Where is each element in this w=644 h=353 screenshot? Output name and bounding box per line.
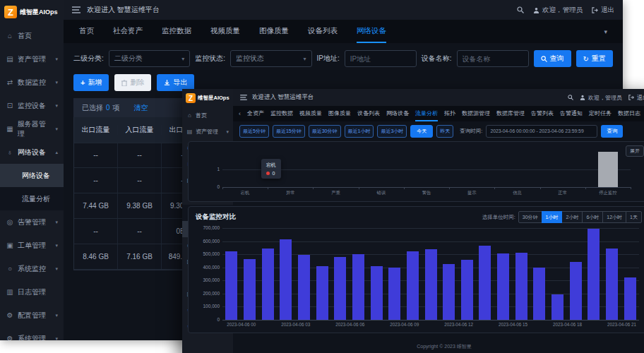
unit-time-button[interactable]: 1天 (626, 211, 642, 223)
unit-time-button[interactable]: 1小时 (542, 211, 563, 223)
tab[interactable]: 设备列表 (357, 106, 380, 121)
traffic-bar[interactable] (515, 253, 527, 320)
traffic-bar[interactable] (225, 251, 237, 320)
sidebar-item-label: 工单管理 (18, 241, 46, 251)
chart-tooltip: 宕机0 (261, 159, 281, 179)
traffic-bar[interactable] (388, 268, 400, 320)
logout-button[interactable]: 退出 (628, 94, 644, 102)
sidebar-item-data-monitor[interactable]: ⇄数据监控▾ (0, 71, 64, 94)
time-range-input[interactable] (486, 125, 597, 138)
traffic-bar[interactable] (244, 259, 256, 320)
device-name-input[interactable] (457, 50, 529, 67)
tab[interactable]: 设备列表 (308, 20, 338, 43)
sidebar-item-system-monitor[interactable]: ○系统监控▾ (0, 257, 64, 280)
tab[interactable]: 全资产 (247, 106, 264, 121)
sidebar-item-network-devices[interactable]: ♁网络设备▴ (0, 140, 64, 164)
quick-range-button[interactable]: 最近15分钟 (273, 125, 305, 138)
reset-button[interactable]: 重置 (576, 50, 613, 67)
tab[interactable]: 数据库管理 (496, 106, 525, 121)
ip-input[interactable] (345, 50, 417, 67)
tab[interactable]: 监控数据 (270, 106, 293, 121)
category-select[interactable]: 二级分类 (109, 50, 191, 67)
sidebar-item-server-mgmt[interactable]: ▦服务器管理▾ (0, 117, 64, 140)
sidebar-item-system-mgmt[interactable]: ⚙系统管理▾ (0, 327, 64, 340)
tab[interactable]: 数据源管理 (462, 106, 490, 121)
traffic-bar[interactable] (280, 239, 292, 320)
brand-logo[interactable]: Z 维智星AIOps (182, 89, 233, 107)
tab[interactable]: 定时任务 (589, 106, 612, 121)
today-button[interactable]: 今天 (410, 125, 433, 138)
tab[interactable]: 告警通知 (560, 106, 583, 121)
unit-time-button[interactable]: 6小时 (582, 211, 603, 223)
hamburger-icon[interactable] (72, 6, 80, 13)
user-menu[interactable]: 欢迎，管理员 (580, 94, 622, 102)
sidebar-item-monitor-devices[interactable]: ⊡监控设备▾ (0, 94, 64, 117)
yesterday-button[interactable]: 昨天 (436, 125, 453, 138)
sidebar-item-assets[interactable]: ▤资产管理▾ (182, 124, 233, 140)
logout-button[interactable]: 退出 (592, 6, 614, 15)
traffic-bar[interactable] (461, 260, 473, 320)
tab[interactable]: 网络设备 (357, 20, 386, 43)
search-icon[interactable] (517, 6, 524, 13)
hamburger-icon[interactable] (240, 95, 247, 100)
user-menu[interactable]: 欢迎，管理员 (533, 6, 583, 15)
traffic-bar[interactable] (624, 277, 636, 320)
sidebar-item-workorder-mgmt[interactable]: ▣工单管理▾ (0, 234, 64, 257)
search-button[interactable]: 查询 (534, 50, 571, 67)
sidebar-item-home[interactable]: ⌂首页 (0, 24, 64, 47)
traffic-bar[interactable] (606, 249, 618, 320)
sidebar-item-config-mgmt[interactable]: ⚙配置管理▾ (0, 304, 64, 327)
status-bar[interactable] (598, 152, 618, 187)
sidebar-item-home[interactable]: ⌂首页 (182, 107, 233, 124)
search-icon[interactable] (568, 95, 573, 100)
traffic-bar[interactable] (551, 294, 564, 320)
traffic-bar[interactable] (371, 266, 383, 320)
traffic-bar[interactable] (316, 266, 328, 320)
tab[interactable]: 流量分析 (415, 106, 438, 121)
traffic-bar[interactable] (533, 268, 545, 320)
tab[interactable]: 监控数据 (162, 20, 191, 43)
sidebar-item-alarm-mgmt[interactable]: ◎告警管理▾ (0, 210, 64, 234)
sidebar-subitem[interactable]: 流量分析 (0, 187, 64, 210)
tab[interactable]: 图像质量 (328, 106, 351, 121)
traffic-bar[interactable] (570, 262, 582, 320)
unit-time-button[interactable]: 2小时 (561, 211, 583, 223)
traffic-bar[interactable] (425, 249, 437, 320)
tab[interactable]: 视频质量 (299, 106, 322, 121)
tab-scroll-left-icon[interactable] (239, 110, 241, 117)
quick-range-button[interactable]: 最近5分钟 (239, 125, 269, 138)
traffic-bar[interactable] (588, 229, 600, 320)
delete-button[interactable]: 删除 (114, 74, 151, 91)
sidebar-subitem[interactable]: 网络设备 (0, 164, 64, 187)
unit-time-button[interactable]: 12小时 (602, 211, 626, 223)
status-select[interactable]: 监控状态 (230, 50, 312, 67)
traffic-bar[interactable] (407, 251, 419, 320)
quick-range-button[interactable]: 最近3小时 (377, 125, 407, 138)
sidebar-item-assets[interactable]: ▤资产管理▾ (0, 47, 64, 71)
traffic-bar[interactable] (479, 246, 491, 320)
quick-range-button[interactable]: 最近30分钟 (309, 125, 341, 138)
traffic-bar[interactable] (298, 255, 310, 320)
tab[interactable]: 视频质量 (210, 20, 240, 43)
traffic-bar[interactable] (352, 254, 364, 320)
sidebar-item-log-mgmt[interactable]: ▥日志管理 (0, 280, 64, 304)
query-button[interactable]: 查询 (601, 125, 623, 138)
tab[interactable]: 社会资产 (113, 20, 143, 43)
traffic-bar[interactable] (443, 264, 455, 320)
tab[interactable]: 数据日志 (618, 106, 640, 121)
tab[interactable]: 拓扑 (444, 106, 455, 121)
clear-selection-link[interactable]: 清空 (134, 103, 148, 113)
quick-range-button[interactable]: 最近1小时 (345, 125, 374, 138)
traffic-bar[interactable] (497, 253, 509, 320)
traffic-bar[interactable] (334, 257, 346, 320)
unit-time-button[interactable]: 30分钟 (518, 211, 542, 223)
traffic-bar[interactable] (262, 249, 274, 320)
brand-logo[interactable]: Z 维智星AIOps (0, 0, 64, 24)
tab[interactable]: 告警列表 (531, 106, 554, 121)
tab[interactable]: 首页 (79, 20, 94, 43)
add-button[interactable]: 新增 (73, 74, 109, 91)
chevron-down-icon[interactable] (604, 28, 607, 35)
gridline (222, 228, 639, 229)
tab[interactable]: 网络设备 (386, 106, 409, 121)
tab[interactable]: 图像质量 (259, 20, 289, 43)
